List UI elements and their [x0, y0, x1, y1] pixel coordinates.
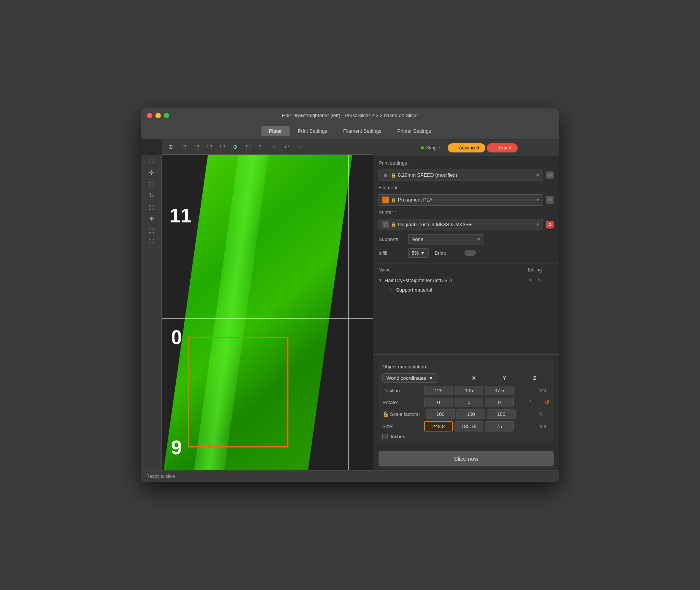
scale-x[interactable] [426, 409, 455, 419]
inches-row: Inches [382, 434, 550, 439]
rotate-label: Rotate: [382, 400, 424, 405]
coord-system-dropdown[interactable]: World coordinates ▼ [382, 373, 437, 383]
mode-selector: Simple Advanced Expert [373, 140, 559, 156]
grid-number-11: 11 [169, 204, 192, 227]
print-settings-value-row: ⚙ 🔒 0.20mm SPEED (modified) ▼ ⚙ [379, 170, 554, 181]
object-list-section: Name Editing ▼ Hair Dry+straightener (le… [373, 265, 559, 295]
printer-label-row: Printer : [379, 209, 554, 215]
print-settings-dropdown[interactable]: ⚙ 🔒 0.20mm SPEED (modified) ▼ [379, 170, 543, 181]
position-unit: mm [538, 388, 550, 393]
paste-icon[interactable]: ⬚ [204, 141, 215, 152]
crosshair-vertical [348, 155, 349, 470]
maximize-button[interactable] [164, 113, 169, 118]
close-button[interactable] [147, 113, 152, 118]
filament-label: Filament : [379, 185, 405, 190]
print-config-icon[interactable]: ⚙ [546, 171, 554, 179]
copy-icon[interactable]: ⬚ [191, 141, 202, 152]
printer-lock-icon: 🔒 [390, 222, 396, 228]
position-x[interactable] [424, 386, 453, 395]
printer-config-icon[interactable]: ⚙ [546, 221, 554, 228]
sub-item-0[interactable]: ○ Support material [379, 285, 554, 295]
zoom-icon[interactable]: ⊕ [230, 141, 241, 152]
arrange-icon[interactable]: ⬚ [242, 141, 254, 152]
position-label: Position: [382, 388, 424, 393]
viewport[interactable]: ⊞ ⬚ ⬚ ⬚ ⬚ ⊕ ⬚ ⬚ ≡ ↩ ↪ ⬚ ✛ ⬚ ↻ ⬚ ⊕ ⬚ [141, 140, 373, 470]
rotate-z[interactable] [485, 398, 514, 407]
move-tool[interactable]: ✛ [144, 168, 158, 178]
reset-rotation-icon[interactable]: ↺ [544, 398, 550, 406]
add-object-icon[interactable]: ⊞ [165, 141, 176, 152]
scale-z[interactable] [487, 409, 516, 419]
printer-icon: 🖨 [382, 221, 389, 228]
infill-arrow: ▼ [420, 250, 425, 256]
infill-brim-row: Infill: 5% ▼ Brim: [379, 248, 554, 258]
supports-arrow: ▼ [477, 237, 481, 241]
size-z[interactable] [485, 421, 514, 431]
crosshair-horizontal [162, 318, 373, 319]
filament-config-icon[interactable]: ⚙ [546, 196, 554, 204]
mode-expert[interactable]: Expert [487, 143, 518, 152]
scale-tool[interactable]: ⬚ [144, 179, 158, 190]
size-row: Size: mm [382, 421, 550, 431]
mode-advanced[interactable]: Advanced [448, 143, 485, 152]
select-tool[interactable]: ⬚ [144, 156, 158, 167]
visibility-icon[interactable]: 👁 [528, 278, 533, 283]
rotate-x[interactable] [424, 398, 453, 407]
traffic-lights [147, 113, 169, 118]
window-title: Hair Dry+straightener (left) - PrusaSlic… [282, 113, 418, 118]
tab-print-settings[interactable]: Print Settings [290, 126, 335, 136]
redo-icon[interactable]: ↪ [294, 141, 306, 152]
seam-tool[interactable]: ⬚ [144, 225, 158, 235]
printer-label: Printer : [379, 209, 405, 215]
tab-plater[interactable]: Plater [261, 126, 290, 136]
position-y[interactable] [455, 386, 483, 395]
toolbar-left: ⬚ ✛ ⬚ ↻ ⬚ ⊕ ⬚ ⬚ [141, 155, 162, 470]
screenshot-icon[interactable]: ⬚ [217, 141, 228, 152]
object-item-0[interactable]: ▼ Hair Dry+straightener (left).STL 👁 ✎ [379, 275, 554, 285]
x-label: X [459, 375, 489, 381]
slice-now-button[interactable]: Slice now [379, 451, 554, 466]
inches-checkbox[interactable] [382, 434, 388, 439]
col-editing-header: Editing [516, 267, 554, 273]
rotate-row: Rotate: ° ↺ [382, 398, 550, 407]
rotate-inputs [424, 398, 530, 407]
object-name-0: Hair Dry+straightener (left).STL [385, 278, 513, 283]
undo-icon[interactable]: ↩ [281, 141, 293, 152]
size-y[interactable] [455, 421, 483, 431]
tab-printer-settings[interactable]: Printer Settings [390, 126, 439, 136]
rotate-tool[interactable]: ↻ [144, 190, 158, 201]
select-icon[interactable]: ⬚ [178, 141, 189, 152]
split-icon[interactable]: ⬚ [255, 141, 267, 152]
cut-icon[interactable]: ≡ [268, 141, 280, 152]
printer-value-row: 🖨 🔒 Original Prusa i3 MK3S & MK3S+ ▼ ⚙ [379, 219, 554, 230]
support-tool[interactable]: ⊕ [144, 213, 158, 224]
tab-filament-settings[interactable]: Filament Settings [336, 126, 389, 136]
printer-dropdown[interactable]: 🖨 🔒 Original Prusa i3 MK3S & MK3S+ ▼ [379, 219, 543, 230]
infill-value: 5% [412, 250, 419, 256]
coord-system-text: World coordinates [386, 375, 426, 381]
infill-dropdown[interactable]: 5% ▼ [408, 248, 429, 258]
rotate-y[interactable] [455, 398, 483, 407]
minimize-button[interactable] [155, 113, 161, 118]
brim-group: Brim: [435, 250, 476, 256]
brim-toggle[interactable] [464, 250, 476, 256]
cut-tool[interactable]: ⬚ [144, 202, 158, 213]
edit-icon[interactable]: ✎ [537, 278, 541, 283]
filament-label-row: Filament : [379, 185, 554, 190]
scale-label: Scale factors: [390, 411, 426, 417]
scale-lock-icon[interactable]: 🔒 [382, 411, 390, 417]
spacer [373, 295, 559, 353]
filament-dropdown[interactable]: 🔒 Prusament PLA ▼ [379, 194, 543, 206]
object-manipulation-section: Object manipulation World coordinates ▼ … [379, 360, 554, 443]
divider-2 [373, 354, 559, 355]
scale-y[interactable] [456, 409, 485, 419]
supports-dropdown[interactable]: None ▼ [408, 234, 484, 244]
size-x[interactable] [424, 421, 453, 431]
expert-label: Expert [498, 145, 512, 151]
fdm-tool[interactable]: ⬚ [144, 236, 158, 247]
mode-simple[interactable]: Simple [415, 143, 446, 152]
infill-label: Infill: [379, 250, 405, 256]
position-z[interactable] [485, 386, 514, 395]
inches-label: Inches [391, 434, 405, 439]
scale-row: 🔒 Scale factors: % [382, 409, 550, 419]
